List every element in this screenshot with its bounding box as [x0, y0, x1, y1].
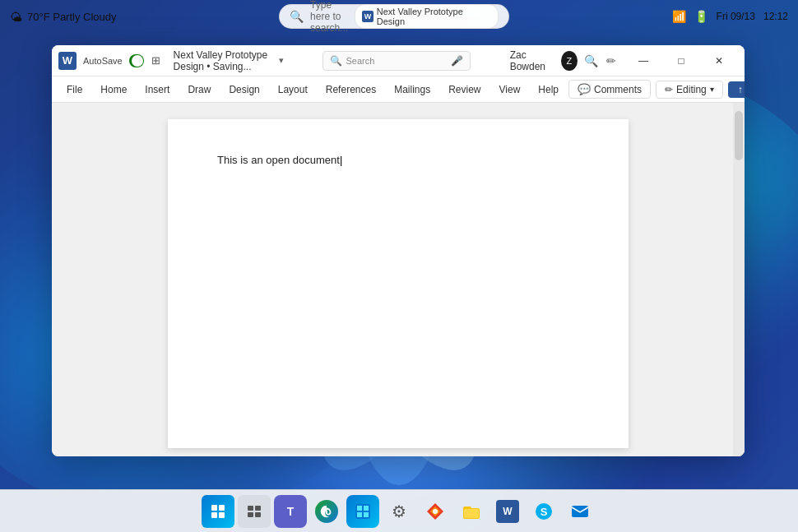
search-icon-word: 🔍	[330, 55, 342, 67]
explorer-button[interactable]	[455, 495, 488, 528]
user-name: Zac Bowden	[510, 49, 554, 72]
taskview-button[interactable]	[238, 495, 271, 528]
menu-view[interactable]: View	[491, 81, 529, 99]
teams-letter: T	[287, 505, 295, 518]
document-page[interactable]: This is an open document	[168, 119, 629, 448]
system-bar-left: 🌤 70°F Partly Cloudy	[10, 10, 117, 24]
menu-design[interactable]: Design	[220, 81, 267, 99]
close-button[interactable]: ✕	[700, 45, 738, 76]
svg-rect-11	[255, 506, 261, 511]
maximize-button[interactable]: □	[662, 45, 700, 76]
word-icon-mini: W	[362, 11, 373, 22]
active-app-pill: W Next Valley Prototype Design	[355, 4, 499, 29]
title-bar-right: Zac Bowden Z 🔍 ✏ — □ ✕	[510, 45, 738, 76]
title-bar-left: W AutoSave ⊞ Next Valley Prototype Desig…	[58, 49, 284, 72]
search-icon: 🔍	[290, 10, 304, 23]
settings-icon: ⚙	[392, 502, 406, 521]
svg-rect-17	[357, 512, 362, 517]
svg-text:S: S	[541, 506, 548, 518]
document-content[interactable]: This is an open document	[217, 152, 579, 169]
format-icon[interactable]: ⊞	[151, 53, 160, 69]
word-window: W AutoSave ⊞ Next Valley Prototype Desig…	[52, 45, 745, 456]
start-button[interactable]	[202, 495, 234, 528]
svg-point-21	[433, 509, 438, 514]
word-search-box[interactable]: 🔍 Search 🎤	[322, 51, 471, 71]
word-logo-icon: W	[58, 52, 77, 70]
mail-button[interactable]	[564, 495, 596, 528]
taskbar: T ⚙	[0, 489, 798, 532]
menu-references[interactable]: References	[318, 81, 384, 99]
edge-button[interactable]	[310, 495, 343, 528]
window-controls: — □ ✕	[624, 45, 738, 76]
menu-draw[interactable]: Draw	[179, 81, 219, 99]
svg-rect-27	[572, 506, 588, 517]
skype-button[interactable]: S	[527, 495, 560, 528]
user-avatar[interactable]: Z	[561, 51, 578, 71]
active-app-name: Next Valley Prototype Design	[377, 7, 491, 26]
title-bar: W AutoSave ⊞ Next Valley Prototype Desig…	[52, 45, 745, 76]
word-tb-button[interactable]: W	[491, 495, 524, 528]
menu-review[interactable]: Review	[440, 81, 489, 99]
pen-icon[interactable]: ✏	[605, 53, 618, 69]
weather-text: 70°F Partly Cloudy	[27, 11, 117, 23]
teams-button[interactable]: T	[274, 495, 307, 528]
system-bar: 🌤 70°F Partly Cloudy 🔍 Type here to sear…	[0, 0, 798, 33]
svg-rect-16	[364, 506, 369, 511]
menu-help[interactable]: Help	[530, 81, 567, 99]
menu-file[interactable]: File	[58, 81, 90, 99]
comments-label: Comments	[594, 84, 642, 95]
svg-rect-12	[248, 512, 253, 517]
edge-icon	[315, 500, 338, 523]
autosave-toggle[interactable]	[129, 54, 145, 67]
share-icon: ↑	[738, 84, 743, 95]
mic-icon[interactable]: 🎤	[451, 55, 463, 67]
ribbon-menu-items: File Home Insert Draw Design Layout Refe…	[58, 81, 567, 99]
editing-label: Editing	[676, 84, 707, 95]
minimize-button[interactable]: —	[624, 45, 662, 76]
menu-layout[interactable]: Layout	[270, 81, 316, 99]
weather-icon: 🌤	[10, 10, 22, 24]
document-text: This is an open document	[217, 154, 342, 166]
autosave-label: AutoSave	[83, 56, 123, 66]
menu-home[interactable]: Home	[92, 81, 135, 99]
document-scrollbar[interactable]	[733, 103, 745, 456]
word-tb-icon: W	[496, 500, 519, 523]
taskbar-icons: T ⚙	[202, 495, 596, 528]
system-search-bar[interactable]: 🔍 Type here to search... W Next Valley P…	[279, 4, 509, 29]
document-area[interactable]: This is an open document	[52, 103, 745, 456]
system-bar-right: 📶 🔋 Fri 09/13 12:12	[672, 10, 788, 23]
menu-insert[interactable]: Insert	[137, 81, 178, 99]
scrollbar-thumb[interactable]	[735, 111, 743, 160]
system-time: 12:12	[763, 11, 788, 22]
store-button[interactable]	[346, 495, 379, 528]
svg-rect-15	[357, 506, 362, 511]
settings-button[interactable]: ⚙	[383, 495, 415, 528]
system-date: Fri 09/13	[717, 11, 755, 22]
ribbon-bar: File Home Insert Draw Design Layout Refe…	[52, 76, 745, 103]
wifi-icon: 📶	[672, 10, 686, 23]
battery-icon: 🔋	[694, 10, 708, 23]
title-bar-center: 🔍 Search 🎤	[284, 51, 509, 71]
search-placeholder-text: Type here to search...	[310, 0, 348, 34]
svg-rect-18	[364, 512, 369, 517]
svg-rect-10	[248, 506, 253, 511]
search-ribbon-icon[interactable]: 🔍	[584, 53, 598, 69]
ribbon-action-buttons: 💬 Comments ✏ Editing ▾ ↑ Share ▾ 📌	[568, 80, 745, 99]
system-bar-center[interactable]: 🔍 Type here to search... W Next Valley P…	[279, 4, 509, 29]
svg-rect-13	[255, 512, 261, 517]
editing-button[interactable]: ✏ Editing ▾	[656, 81, 723, 99]
menu-mailings[interactable]: Mailings	[386, 81, 438, 99]
word-search-placeholder: Search	[346, 56, 374, 66]
comments-button[interactable]: 💬 Comments	[568, 80, 651, 99]
pencil-icon: ✏	[665, 84, 673, 95]
svg-rect-24	[464, 509, 479, 518]
share-button[interactable]: ↑ Share ▾	[728, 81, 745, 98]
office-button[interactable]	[419, 495, 452, 528]
comments-icon: 💬	[578, 83, 591, 95]
toggle-knob	[132, 55, 143, 67]
editing-dropdown-icon: ▾	[710, 85, 714, 94]
doc-title: Next Valley Prototype Design • Saving...	[174, 49, 271, 72]
